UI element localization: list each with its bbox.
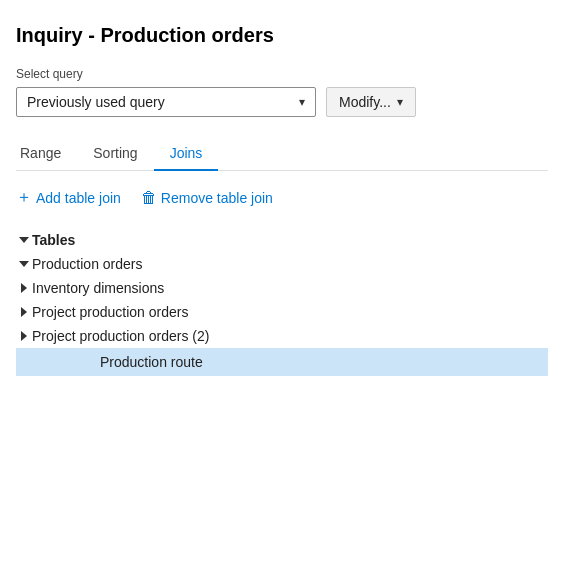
tree-node-project-production-orders[interactable]: Project production orders xyxy=(16,300,548,324)
query-dropdown[interactable]: Previously used query ▾ xyxy=(16,87,316,117)
tree-node-tables[interactable]: Tables xyxy=(16,228,548,252)
trash-icon: 🗑 xyxy=(141,189,157,207)
query-row: Previously used query ▾ Modify... ▾ xyxy=(16,87,548,117)
remove-table-join-label: Remove table join xyxy=(161,190,273,206)
arrow-right-icon xyxy=(21,307,27,317)
tree-node-project-production-orders-2[interactable]: Project production orders (2) xyxy=(16,324,548,348)
modify-button[interactable]: Modify... ▾ xyxy=(326,87,416,117)
query-dropdown-text: Previously used query xyxy=(27,94,165,110)
plus-icon: ＋ xyxy=(16,187,32,208)
tree-label-production-route: Production route xyxy=(100,354,203,370)
tree-label-production-orders: Production orders xyxy=(32,256,143,272)
arrow-right-icon xyxy=(21,331,27,341)
tab-range[interactable]: Range xyxy=(16,137,77,171)
main-container: Inquiry - Production orders Select query… xyxy=(0,0,564,392)
tree-label-inventory-dimensions: Inventory dimensions xyxy=(32,280,164,296)
tab-sorting[interactable]: Sorting xyxy=(77,137,153,171)
tree-node-production-route[interactable]: Production route xyxy=(16,348,548,376)
tree-toggle-project-production-orders-2[interactable] xyxy=(16,328,32,344)
remove-table-join-button[interactable]: 🗑 Remove table join xyxy=(141,189,273,207)
tree-label-project-production-orders-2: Project production orders (2) xyxy=(32,328,209,344)
chevron-down-icon: ▾ xyxy=(397,95,403,109)
tree-node-production-orders[interactable]: Production orders xyxy=(16,252,548,276)
tree-label-tables: Tables xyxy=(32,232,75,248)
select-query-label: Select query xyxy=(16,67,548,81)
arrow-down-icon xyxy=(19,237,29,243)
tree-node-inventory-dimensions[interactable]: Inventory dimensions xyxy=(16,276,548,300)
tab-joins[interactable]: Joins xyxy=(154,137,219,171)
actions-row: ＋ Add table join 🗑 Remove table join xyxy=(16,187,548,208)
chevron-down-icon: ▾ xyxy=(299,95,305,109)
tree-toggle-inventory-dimensions[interactable] xyxy=(16,280,32,296)
arrow-right-icon xyxy=(21,283,27,293)
tree-toggle-project-production-orders[interactable] xyxy=(16,304,32,320)
tree-toggle-production-orders[interactable] xyxy=(16,256,32,272)
tree-container: Tables Production orders Inventory dimen… xyxy=(16,228,548,376)
page-title: Inquiry - Production orders xyxy=(16,24,548,47)
add-table-join-label: Add table join xyxy=(36,190,121,206)
tree-label-project-production-orders: Project production orders xyxy=(32,304,188,320)
add-table-join-button[interactable]: ＋ Add table join xyxy=(16,187,121,208)
tabs-row: Range Sorting Joins xyxy=(16,137,548,171)
tree-toggle-tables[interactable] xyxy=(16,232,32,248)
arrow-down-icon xyxy=(19,261,29,267)
modify-button-label: Modify... xyxy=(339,94,391,110)
